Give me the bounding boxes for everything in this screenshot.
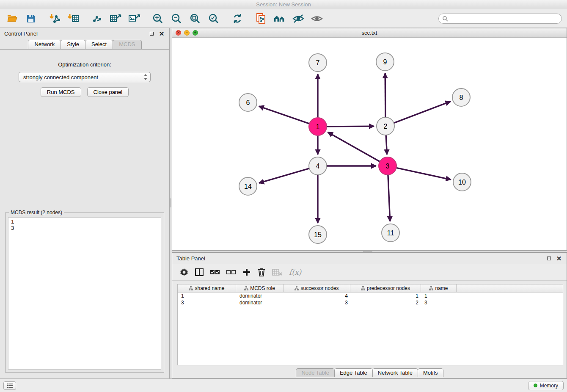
export-network-icon[interactable] <box>90 11 104 26</box>
window-minimize-icon[interactable]: − <box>184 30 190 36</box>
mcds-result-text[interactable]: 1 3 <box>8 217 161 370</box>
zoom-out-icon[interactable] <box>169 11 184 26</box>
column-header-mcds-role[interactable]: MCDS role <box>236 284 284 292</box>
delete-column-icon[interactable] <box>258 267 265 278</box>
close-panel-icon[interactable]: ✕ <box>158 30 165 37</box>
window-close-icon[interactable]: ✕ <box>176 30 181 36</box>
float-panel-icon[interactable] <box>148 30 155 37</box>
import-table-icon[interactable] <box>66 11 80 26</box>
cell-predecessor-nodes[interactable]: 2 <box>350 299 421 306</box>
network-canvas[interactable]: 7968124314101511 <box>172 38 567 250</box>
cell-shared-name[interactable]: 3 <box>178 299 236 306</box>
node-11[interactable]: 11 <box>382 224 399 242</box>
zoom-selected-icon[interactable] <box>206 11 221 26</box>
table-close-panel-icon[interactable]: ✕ <box>556 255 562 262</box>
zoom-fit-icon[interactable] <box>188 11 202 26</box>
edge-3-1[interactable] <box>328 132 380 161</box>
node-14[interactable]: 14 <box>239 177 257 195</box>
function-builder-icon[interactable]: f(x) <box>289 267 301 278</box>
edge-2-9[interactable] <box>385 73 385 117</box>
select-all-icon[interactable] <box>210 267 220 278</box>
optimization-criterion-select[interactable]: strongly connected component <box>19 72 151 82</box>
eye-icon[interactable] <box>310 11 324 26</box>
import-network-icon[interactable] <box>47 11 62 26</box>
tab-mcds[interactable]: MCDS <box>113 40 141 49</box>
node-3[interactable]: 3 <box>379 157 396 175</box>
edge-2-8[interactable] <box>394 102 451 123</box>
column-header-name[interactable]: name <box>421 284 457 292</box>
node-6[interactable]: 6 <box>239 94 257 111</box>
svg-text:11: 11 <box>387 229 394 237</box>
column-header-shared-name[interactable]: shared name <box>178 284 236 292</box>
node-8[interactable]: 8 <box>452 88 470 106</box>
close-panel-button[interactable]: Close panel <box>87 87 129 97</box>
tab-network[interactable]: Network <box>28 40 61 49</box>
table-tab-node-table[interactable]: Node Table <box>296 368 335 377</box>
cell-mcds-role[interactable]: dominator <box>236 299 284 306</box>
open-session-icon[interactable] <box>5 11 19 26</box>
table-tab-motifs[interactable]: Motifs <box>418 368 443 377</box>
cell-name[interactable]: 3 <box>421 299 457 306</box>
memory-button[interactable]: Memory <box>528 381 564 390</box>
tab-style[interactable]: Style <box>61 40 85 49</box>
optimization-criterion-value: strongly connected component <box>23 74 143 80</box>
svg-text:2: 2 <box>384 123 388 130</box>
column-header-successor-nodes[interactable]: successor nodes <box>284 284 350 292</box>
refresh-icon[interactable] <box>230 11 245 26</box>
node-1[interactable]: 1 <box>309 118 327 135</box>
application-window: Session: New Session <box>0 0 567 392</box>
optimization-criterion-label: Optimization criterion: <box>0 61 169 68</box>
node-2[interactable]: 2 <box>377 117 394 135</box>
table-panel-title: Table Panel <box>176 255 542 262</box>
node-10[interactable]: 10 <box>453 173 471 191</box>
table-float-panel-icon[interactable] <box>545 255 552 262</box>
svg-text:15: 15 <box>314 231 322 238</box>
column-type-icon <box>244 286 248 290</box>
column-type-icon <box>361 286 365 290</box>
node-7[interactable]: 7 <box>309 54 327 72</box>
table-row[interactable]: 1dominator411 <box>178 293 563 299</box>
column-header-predecessor-nodes[interactable]: predecessor nodes <box>350 284 421 292</box>
delete-table-icon[interactable] <box>272 267 282 278</box>
edge-2-3[interactable] <box>386 135 387 155</box>
edge-3-11[interactable] <box>388 175 390 221</box>
save-session-icon[interactable] <box>24 11 38 26</box>
cell-successor-nodes[interactable]: 4 <box>284 293 350 299</box>
search-icon <box>442 16 448 22</box>
node-15[interactable]: 15 <box>309 226 327 243</box>
table-settings-icon[interactable] <box>180 267 188 278</box>
table-row[interactable]: 3dominator323 <box>178 299 563 306</box>
export-image-icon[interactable] <box>127 11 141 26</box>
duplicate-network-icon[interactable] <box>254 11 268 26</box>
window-titlebar: Session: New Session <box>0 0 567 9</box>
run-mcds-button[interactable]: Run MCDS <box>41 87 81 97</box>
graphics-details-icon[interactable] <box>291 11 306 26</box>
deselect-all-icon[interactable] <box>226 267 236 278</box>
search-input[interactable] <box>448 16 558 22</box>
table-tab-edge-table[interactable]: Edge Table <box>334 368 373 377</box>
horizontal-splitter[interactable] <box>172 251 567 252</box>
search-box[interactable] <box>438 14 562 24</box>
table-panel: Table Panel ✕ <box>172 252 567 378</box>
export-table-icon[interactable] <box>108 11 123 26</box>
edge-1-2[interactable] <box>327 126 374 127</box>
table-tab-network-table[interactable]: Network Table <box>372 368 418 377</box>
window-maximize-icon[interactable]: + <box>193 30 198 36</box>
task-history-icon[interactable] <box>3 381 16 390</box>
control-panel: Control Panel ✕ NetworkStyleSelectMCDS O… <box>0 28 170 378</box>
tab-select[interactable]: Select <box>85 40 113 49</box>
node-4[interactable]: 4 <box>309 157 327 175</box>
show-columns-icon[interactable] <box>195 267 204 278</box>
edge-1-6[interactable] <box>259 106 310 124</box>
edge-3-10[interactable] <box>396 168 451 179</box>
cell-predecessor-nodes[interactable]: 1 <box>350 293 421 299</box>
cell-shared-name[interactable]: 1 <box>178 293 236 299</box>
cell-name[interactable]: 1 <box>421 293 457 299</box>
zoom-in-icon[interactable] <box>151 11 165 26</box>
cell-successor-nodes[interactable]: 3 <box>284 299 350 306</box>
edge-4-14[interactable] <box>259 168 309 183</box>
first-neighbors-icon[interactable] <box>272 11 287 26</box>
cell-mcds-role[interactable]: dominator <box>236 293 284 299</box>
node-9[interactable]: 9 <box>376 53 394 71</box>
add-column-icon[interactable] <box>242 267 251 278</box>
